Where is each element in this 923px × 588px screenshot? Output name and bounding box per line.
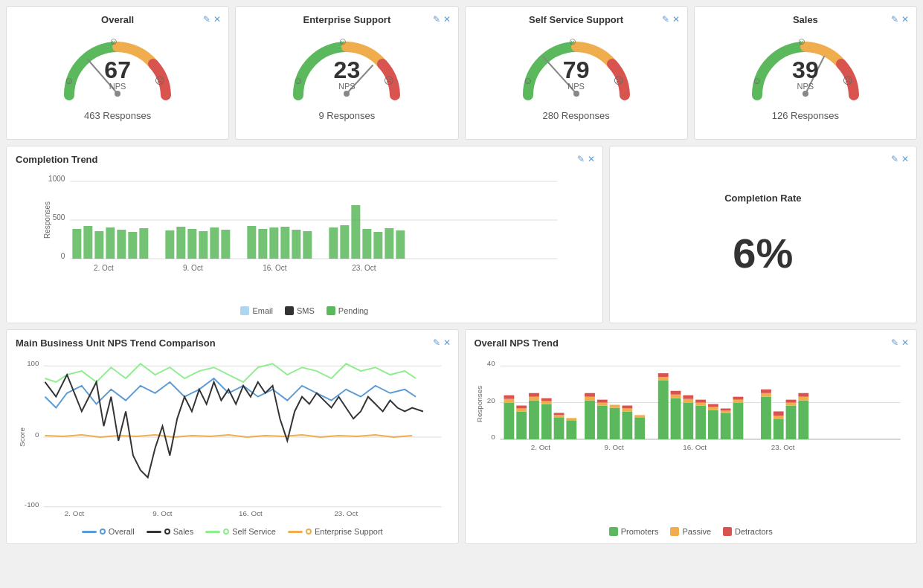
completion-trend-card: Completion Trend ✎ ✕ 1000 500 0 Response… <box>6 146 603 323</box>
legend-pending: Pending <box>327 306 368 315</box>
legend-sms: SMS <box>285 306 315 315</box>
sales-card-icons: ✎ ✕ <box>891 14 909 25</box>
overall-title: Overall <box>101 14 134 25</box>
sales-edit-icon[interactable]: ✎ <box>891 14 898 25</box>
svg-rect-91 <box>566 420 576 439</box>
svg-rect-133 <box>785 406 796 439</box>
selfservice-edit-icon[interactable]: ✎ <box>662 14 669 25</box>
svg-rect-136 <box>798 401 808 439</box>
svg-text:0: 0 <box>35 430 39 439</box>
svg-rect-113 <box>683 399 693 403</box>
svg-rect-127 <box>761 397 771 439</box>
overall-nps-edit-icon[interactable]: ✎ <box>891 337 898 348</box>
sales-responses: 126 Responses <box>772 110 839 121</box>
svg-rect-138 <box>798 393 808 397</box>
svg-rect-99 <box>609 408 620 439</box>
svg-rect-28 <box>83 226 92 259</box>
svg-rect-52 <box>396 230 405 259</box>
svg-rect-116 <box>695 403 706 406</box>
svg-text:Responses: Responses <box>475 386 483 422</box>
svg-rect-43 <box>280 227 289 259</box>
nps-trend-close-icon[interactable]: ✕ <box>443 337 451 348</box>
svg-text:23. Oct: 23. Oct <box>334 509 358 517</box>
svg-rect-29 <box>94 231 103 259</box>
svg-text:40: 40 <box>486 359 495 367</box>
svg-rect-84 <box>529 393 539 397</box>
enterprise-close-icon[interactable]: ✕ <box>443 14 451 25</box>
svg-rect-118 <box>707 410 718 439</box>
overall-edit-icon[interactable]: ✎ <box>203 14 210 25</box>
svg-text:Score: Score <box>18 427 26 447</box>
svg-rect-77 <box>504 399 514 403</box>
completion-trend-title: Completion Trend <box>16 154 594 165</box>
svg-text:9. Oct: 9. Oct <box>604 443 624 451</box>
rate-close-icon[interactable]: ✕ <box>901 154 909 164</box>
svg-text:1000: 1000 <box>48 175 65 183</box>
svg-rect-121 <box>720 413 730 439</box>
svg-text:16. Oct: 16. Oct <box>263 264 286 272</box>
svg-rect-93 <box>585 401 595 439</box>
svg-rect-45 <box>303 231 312 259</box>
completion-trend-svg: 1000 500 0 Responses <box>16 168 594 302</box>
overall-close-icon[interactable]: ✕ <box>213 14 221 25</box>
svg-rect-104 <box>634 417 645 439</box>
overall-gauge: ☺ ☹ ☺ 67 NPS <box>58 36 177 103</box>
overall-nps-value: 67 <box>104 58 131 82</box>
svg-rect-51 <box>385 228 393 259</box>
svg-text:23. Oct: 23. Oct <box>771 443 794 451</box>
enterprise-responses: 9 Responses <box>318 110 375 121</box>
trend-close-icon[interactable]: ✕ <box>588 154 595 164</box>
svg-text:23. Oct: 23. Oct <box>352 264 376 272</box>
legend-sales-trend: Sales <box>147 527 194 536</box>
bottom-row: Main Business Unit NPS Trend Comparison … <box>6 329 917 544</box>
legend-enterprise-trend: Enterprise Support <box>288 527 383 536</box>
overall-nps-close-icon[interactable]: ✕ <box>901 337 909 348</box>
svg-rect-132 <box>773 411 783 416</box>
sales-gauge: ☺ ☹ ☺ 39 NPS <box>746 36 865 103</box>
nps-trend-edit-icon[interactable]: ✎ <box>433 337 440 348</box>
svg-text:☹: ☹ <box>843 75 853 86</box>
svg-rect-34 <box>165 230 174 259</box>
overall-nps-trend-card: Overall NPS Trend ✎ ✕ 40 20 0 Responses <box>465 329 918 544</box>
svg-rect-94 <box>585 397 595 401</box>
overall-responses: 463 Responses <box>84 110 151 121</box>
svg-rect-110 <box>670 395 681 398</box>
svg-point-16 <box>803 91 808 97</box>
svg-rect-96 <box>596 406 607 439</box>
overall-nps-svg: 40 20 0 Responses <box>475 352 908 523</box>
svg-text:16. Oct: 16. Oct <box>683 443 707 451</box>
svg-rect-33 <box>139 228 148 259</box>
selfservice-nps-value: 79 <box>563 58 590 82</box>
trend-edit-icon[interactable]: ✎ <box>577 154 585 164</box>
nps-trend-svg: 100 0 -100 Score <box>16 352 449 523</box>
svg-rect-109 <box>670 398 681 439</box>
svg-text:☺: ☺ <box>752 75 762 86</box>
enterprise-gauge-center: 23 NPS <box>334 58 361 91</box>
overall-card: Overall ✎ ✕ ☺ <box>6 6 229 140</box>
svg-rect-134 <box>785 403 796 406</box>
svg-rect-124 <box>733 403 743 439</box>
svg-rect-130 <box>773 419 783 439</box>
selfservice-close-icon[interactable]: ✕ <box>672 14 680 25</box>
svg-rect-98 <box>596 400 607 403</box>
svg-rect-123 <box>720 408 730 410</box>
legend-overall-trend: Overall <box>82 527 135 536</box>
svg-rect-117 <box>695 400 706 403</box>
svg-rect-76 <box>504 403 514 439</box>
enterprise-edit-icon[interactable]: ✎ <box>433 14 440 25</box>
svg-rect-112 <box>683 403 693 439</box>
svg-rect-97 <box>596 403 607 406</box>
svg-rect-86 <box>541 401 551 404</box>
svg-rect-87 <box>541 398 551 401</box>
svg-text:-100: -100 <box>25 500 39 508</box>
svg-rect-106 <box>657 381 668 439</box>
svg-rect-126 <box>733 397 743 400</box>
enterprise-gauge: ☺ ☹ ☺ 23 NPS <box>287 36 406 103</box>
svg-text:0: 0 <box>491 433 495 441</box>
sales-close-icon[interactable]: ✕ <box>901 14 909 25</box>
enterprise-nps-value: 23 <box>334 58 361 82</box>
svg-rect-35 <box>176 227 185 259</box>
rate-edit-icon[interactable]: ✎ <box>891 154 898 164</box>
legend-detractors: Detractors <box>723 527 773 536</box>
nps-trend-card: Main Business Unit NPS Trend Comparison … <box>6 329 459 544</box>
